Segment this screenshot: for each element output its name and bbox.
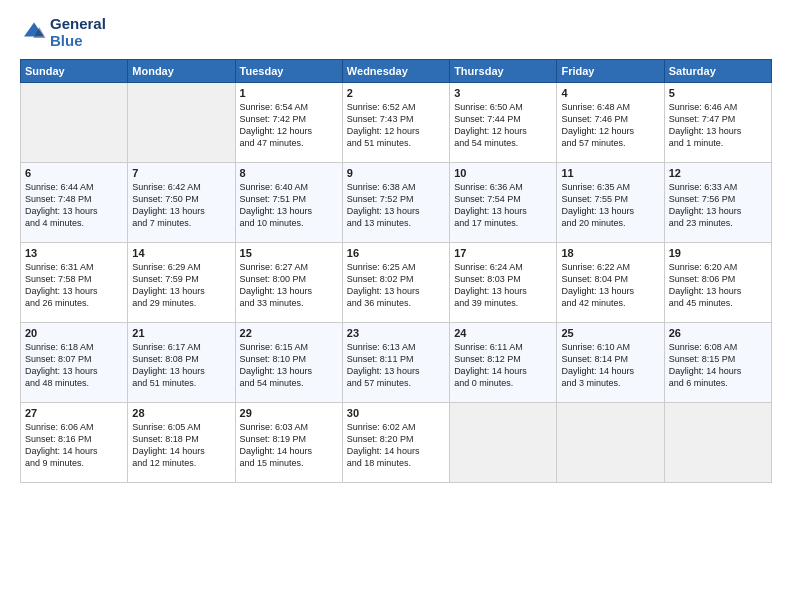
calendar-cell: 21Sunrise: 6:17 AM Sunset: 8:08 PM Dayli… [128,323,235,403]
day-number: 29 [240,407,338,419]
day-info: Sunrise: 6:06 AM Sunset: 8:16 PM Dayligh… [25,421,123,470]
calendar-cell: 1Sunrise: 6:54 AM Sunset: 7:42 PM Daylig… [235,83,342,163]
day-info: Sunrise: 6:36 AM Sunset: 7:54 PM Dayligh… [454,181,552,230]
day-number: 5 [669,87,767,99]
calendar-cell: 17Sunrise: 6:24 AM Sunset: 8:03 PM Dayli… [450,243,557,323]
day-number: 17 [454,247,552,259]
day-number: 7 [132,167,230,179]
day-info: Sunrise: 6:35 AM Sunset: 7:55 PM Dayligh… [561,181,659,230]
day-info: Sunrise: 6:29 AM Sunset: 7:59 PM Dayligh… [132,261,230,310]
calendar-cell: 25Sunrise: 6:10 AM Sunset: 8:14 PM Dayli… [557,323,664,403]
calendar-cell: 9Sunrise: 6:38 AM Sunset: 7:52 PM Daylig… [342,163,449,243]
calendar-cell: 3Sunrise: 6:50 AM Sunset: 7:44 PM Daylig… [450,83,557,163]
calendar-cell: 16Sunrise: 6:25 AM Sunset: 8:02 PM Dayli… [342,243,449,323]
day-info: Sunrise: 6:33 AM Sunset: 7:56 PM Dayligh… [669,181,767,230]
calendar-cell: 27Sunrise: 6:06 AM Sunset: 8:16 PM Dayli… [21,403,128,483]
calendar-cell: 7Sunrise: 6:42 AM Sunset: 7:50 PM Daylig… [128,163,235,243]
calendar-day-header: Saturday [664,60,771,83]
day-number: 22 [240,327,338,339]
calendar-cell: 20Sunrise: 6:18 AM Sunset: 8:07 PM Dayli… [21,323,128,403]
day-info: Sunrise: 6:20 AM Sunset: 8:06 PM Dayligh… [669,261,767,310]
day-number: 10 [454,167,552,179]
day-number: 30 [347,407,445,419]
calendar-day-header: Friday [557,60,664,83]
calendar-cell [21,83,128,163]
day-number: 20 [25,327,123,339]
day-number: 23 [347,327,445,339]
day-info: Sunrise: 6:02 AM Sunset: 8:20 PM Dayligh… [347,421,445,470]
calendar-cell [557,403,664,483]
day-number: 12 [669,167,767,179]
day-info: Sunrise: 6:08 AM Sunset: 8:15 PM Dayligh… [669,341,767,390]
calendar-cell: 5Sunrise: 6:46 AM Sunset: 7:47 PM Daylig… [664,83,771,163]
logo-blue: Blue [50,33,106,50]
day-number: 11 [561,167,659,179]
day-number: 1 [240,87,338,99]
day-info: Sunrise: 6:48 AM Sunset: 7:46 PM Dayligh… [561,101,659,150]
day-number: 28 [132,407,230,419]
day-number: 19 [669,247,767,259]
day-info: Sunrise: 6:42 AM Sunset: 7:50 PM Dayligh… [132,181,230,230]
calendar-day-header: Wednesday [342,60,449,83]
day-number: 14 [132,247,230,259]
calendar-cell: 18Sunrise: 6:22 AM Sunset: 8:04 PM Dayli… [557,243,664,323]
day-info: Sunrise: 6:03 AM Sunset: 8:19 PM Dayligh… [240,421,338,470]
calendar-cell: 14Sunrise: 6:29 AM Sunset: 7:59 PM Dayli… [128,243,235,323]
calendar-cell [664,403,771,483]
day-info: Sunrise: 6:44 AM Sunset: 7:48 PM Dayligh… [25,181,123,230]
day-info: Sunrise: 6:40 AM Sunset: 7:51 PM Dayligh… [240,181,338,230]
calendar-cell: 13Sunrise: 6:31 AM Sunset: 7:58 PM Dayli… [21,243,128,323]
day-number: 6 [25,167,123,179]
day-info: Sunrise: 6:17 AM Sunset: 8:08 PM Dayligh… [132,341,230,390]
logo-icon [22,21,46,41]
calendar-cell: 2Sunrise: 6:52 AM Sunset: 7:43 PM Daylig… [342,83,449,163]
calendar-cell: 4Sunrise: 6:48 AM Sunset: 7:46 PM Daylig… [557,83,664,163]
calendar-cell: 28Sunrise: 6:05 AM Sunset: 8:18 PM Dayli… [128,403,235,483]
day-info: Sunrise: 6:24 AM Sunset: 8:03 PM Dayligh… [454,261,552,310]
page: General Blue SundayMondayTuesdayWednesda… [0,0,792,612]
calendar-day-header: Tuesday [235,60,342,83]
day-info: Sunrise: 6:11 AM Sunset: 8:12 PM Dayligh… [454,341,552,390]
day-number: 15 [240,247,338,259]
calendar-cell [450,403,557,483]
calendar-cell: 29Sunrise: 6:03 AM Sunset: 8:19 PM Dayli… [235,403,342,483]
calendar-cell: 6Sunrise: 6:44 AM Sunset: 7:48 PM Daylig… [21,163,128,243]
calendar-day-header: Thursday [450,60,557,83]
day-info: Sunrise: 6:46 AM Sunset: 7:47 PM Dayligh… [669,101,767,150]
day-info: Sunrise: 6:22 AM Sunset: 8:04 PM Dayligh… [561,261,659,310]
day-number: 2 [347,87,445,99]
day-info: Sunrise: 6:52 AM Sunset: 7:43 PM Dayligh… [347,101,445,150]
calendar-cell [128,83,235,163]
day-info: Sunrise: 6:50 AM Sunset: 7:44 PM Dayligh… [454,101,552,150]
day-info: Sunrise: 6:05 AM Sunset: 8:18 PM Dayligh… [132,421,230,470]
day-number: 27 [25,407,123,419]
day-info: Sunrise: 6:15 AM Sunset: 8:10 PM Dayligh… [240,341,338,390]
day-info: Sunrise: 6:31 AM Sunset: 7:58 PM Dayligh… [25,261,123,310]
calendar-cell: 26Sunrise: 6:08 AM Sunset: 8:15 PM Dayli… [664,323,771,403]
logo-general: General [50,16,106,33]
day-number: 3 [454,87,552,99]
calendar-header: SundayMondayTuesdayWednesdayThursdayFrid… [21,60,772,83]
calendar-day-header: Monday [128,60,235,83]
logo: General Blue [20,16,106,49]
day-number: 25 [561,327,659,339]
day-number: 4 [561,87,659,99]
day-info: Sunrise: 6:54 AM Sunset: 7:42 PM Dayligh… [240,101,338,150]
calendar-cell: 12Sunrise: 6:33 AM Sunset: 7:56 PM Dayli… [664,163,771,243]
day-number: 26 [669,327,767,339]
day-number: 21 [132,327,230,339]
day-info: Sunrise: 6:27 AM Sunset: 8:00 PM Dayligh… [240,261,338,310]
calendar: SundayMondayTuesdayWednesdayThursdayFrid… [20,59,772,483]
day-number: 13 [25,247,123,259]
calendar-day-header: Sunday [21,60,128,83]
calendar-cell: 30Sunrise: 6:02 AM Sunset: 8:20 PM Dayli… [342,403,449,483]
day-info: Sunrise: 6:18 AM Sunset: 8:07 PM Dayligh… [25,341,123,390]
header: General Blue [20,16,772,49]
day-number: 16 [347,247,445,259]
day-number: 18 [561,247,659,259]
calendar-cell: 10Sunrise: 6:36 AM Sunset: 7:54 PM Dayli… [450,163,557,243]
calendar-cell: 22Sunrise: 6:15 AM Sunset: 8:10 PM Dayli… [235,323,342,403]
day-info: Sunrise: 6:25 AM Sunset: 8:02 PM Dayligh… [347,261,445,310]
calendar-cell: 8Sunrise: 6:40 AM Sunset: 7:51 PM Daylig… [235,163,342,243]
day-info: Sunrise: 6:13 AM Sunset: 8:11 PM Dayligh… [347,341,445,390]
